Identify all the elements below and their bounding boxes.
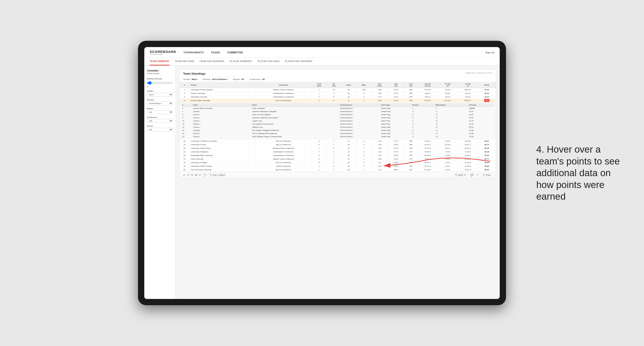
table-row: 22 Mississippi State University Southeas… bbox=[180, 154, 496, 157]
points-red-badge[interactable]: 78.5 bbox=[484, 99, 490, 102]
filter-bar-division: Division: NCAA Division I bbox=[203, 78, 228, 80]
filter-region-label: Region bbox=[147, 108, 173, 110]
main-content: Committee Portal Review Minimum Rounds 0… bbox=[144, 66, 500, 299]
expanded-row: # Team Event Event Division Event Type R… bbox=[180, 102, 496, 139]
filter-division-select[interactable]: NCAA Division I NCAA Division II bbox=[147, 102, 173, 105]
col-wins: Wins bbox=[356, 82, 371, 88]
expand-icon[interactable]: ⤢ bbox=[476, 173, 478, 176]
tab-player-h2h-grid[interactable]: PLAYER H2H GRID bbox=[258, 58, 280, 65]
annotation-container: 4. Hover over a team's points to see add… bbox=[536, 144, 630, 202]
filter-conference-select[interactable]: (All) bbox=[147, 119, 173, 123]
filter-conference-label: Conference bbox=[147, 116, 173, 118]
filter-bar: Gender: Men's Division: NCAA Division I … bbox=[180, 77, 496, 82]
redo-icon[interactable]: ↪ bbox=[187, 173, 190, 176]
tab-team-summary[interactable]: TEAM SUMMARY bbox=[150, 58, 170, 65]
filter-gender-select[interactable]: Men's Women's bbox=[147, 93, 173, 97]
table-row: 21 University of Alabama Southeastern Co… bbox=[180, 150, 496, 154]
watch-label: Watch bbox=[458, 174, 463, 176]
filter-conference: Conference (All) bbox=[147, 116, 173, 123]
filter-bar-gender: Gender: Men's bbox=[183, 78, 198, 80]
filter-gender: Gender Men's Women's bbox=[147, 90, 173, 97]
watch-btn[interactable]: 👁 Watch ▼ bbox=[454, 173, 468, 177]
list-item: 7 Univers... Southern Highlands Collegia… bbox=[181, 110, 494, 113]
comment-icon[interactable]: 💬 bbox=[470, 173, 474, 176]
filter-school-label: School bbox=[147, 125, 173, 127]
toolbar-right: 👁 Watch ▼ 💬 ⤢ ⬆ Share bbox=[454, 173, 492, 177]
table-row: 25 University of North Florida ASUN Conf… bbox=[180, 165, 496, 168]
filter-min-rounds: Minimum Rounds 0 bbox=[147, 78, 173, 88]
update-time-label: Update time: bbox=[465, 72, 475, 74]
table-row: 3 Vanderbilt University Southeastern Con… bbox=[180, 95, 496, 99]
table-row: 19 University of Texas Big 12 Conference… bbox=[180, 143, 496, 147]
table-row: 24 University of Oregon Pac-12 Conferenc… bbox=[180, 161, 496, 165]
toolbar-left: ↩ ↪ ↻ ⧉ ✏ 🕐 👁 View: Original bbox=[183, 173, 226, 177]
tab-team-h2h-heatmap[interactable]: TEAM H2H HEATMAP bbox=[200, 58, 224, 65]
col-conference: Conference bbox=[255, 82, 312, 88]
col-overall: OverallRecord bbox=[418, 82, 438, 88]
share-btn[interactable]: ⬆ Share bbox=[481, 173, 492, 177]
filter-region-select[interactable]: N/A East West bbox=[147, 110, 173, 114]
filter-division: Division NCAA Division I NCAA Division I… bbox=[147, 99, 173, 105]
nav-committee[interactable]: COMMITTEE bbox=[227, 51, 243, 54]
refresh-icon[interactable]: ↻ bbox=[191, 173, 194, 176]
annotation-text: 4. Hover over a team's points to see add… bbox=[536, 144, 630, 202]
table-row: 26 The Ohio State University Big Ten Con… bbox=[180, 168, 496, 172]
table-row: 18 University of California, Berkeley Pa… bbox=[180, 139, 496, 143]
report-header: Team Standings Update time: 13/03/2024 1… bbox=[180, 70, 496, 77]
list-item: 8 Univers... Amer An Intercollegiate NCA… bbox=[181, 113, 494, 116]
tab-player-h2h-heatmap[interactable]: PLAYER H2H HEATMAP bbox=[285, 58, 312, 65]
filter-bar-region: Region: All bbox=[233, 78, 244, 80]
undo-icon[interactable]: ↩ bbox=[183, 173, 185, 176]
list-item: 6 Arizona State University Cabo Collegia… bbox=[181, 107, 494, 110]
standings-table: # School Conference ConfRank NoTour Rnds… bbox=[180, 82, 496, 172]
tab-player-summary[interactable]: PLAYER SUMMARY bbox=[230, 58, 252, 65]
sign-out[interactable]: Sign out bbox=[482, 51, 494, 54]
watch-dropdown-icon: ▼ bbox=[464, 174, 466, 176]
list-item: 11 Florida I... The Cypress Point Classi… bbox=[181, 123, 494, 126]
list-item: 12 Univers... Williams Cup NCAA Division… bbox=[181, 126, 494, 129]
update-time-value: 13/03/2024 10:03:42 bbox=[476, 72, 492, 74]
nav-tournaments[interactable]: TOURNAMENTS bbox=[183, 51, 204, 54]
filter-school-select[interactable]: (All) bbox=[147, 128, 173, 132]
clock-icon[interactable]: 🕐 bbox=[203, 173, 206, 176]
list-item: 9 Univers... National Invitational Tourn… bbox=[181, 116, 494, 119]
list-item: 14 East Ter OFCC Fighting Illini Invitat… bbox=[181, 132, 494, 135]
table-row-highlighted: 4 Arizona State University Pac-12 Confer… bbox=[180, 99, 496, 102]
copy-icon[interactable]: ⧉ bbox=[195, 173, 197, 176]
col-vs-top50: Vs Top50 bbox=[458, 82, 478, 88]
view-label: View: Original bbox=[212, 174, 225, 176]
col-low-adj: LowAdj. bbox=[404, 82, 418, 88]
table-row: 23 Duke University Atlantic Coast Confer… bbox=[180, 157, 496, 161]
nav-links: TOURNAMENTS TEAMS COMMITTEE bbox=[183, 51, 481, 54]
filter-min-rounds-input[interactable] bbox=[147, 80, 173, 85]
col-rnds: Rnds bbox=[341, 82, 356, 88]
col-vs-top25: Vs Top25 bbox=[438, 82, 458, 88]
expanded-inner: # Team Event Event Division Event Type R… bbox=[180, 102, 496, 139]
col-no-tour: NoTour bbox=[327, 82, 341, 88]
nav-bar: SCOREBOARD Powered by clippd TOURNAMENTS… bbox=[144, 47, 500, 58]
nav-teams[interactable]: TEAMS bbox=[211, 51, 220, 54]
sidebar-header: Committee Portal Review bbox=[147, 69, 173, 75]
filter-bar-conference: Conference: All bbox=[249, 78, 264, 80]
logo-area: SCOREBOARD Powered by clippd bbox=[150, 50, 176, 55]
edit-icon[interactable]: ✏ bbox=[199, 173, 201, 176]
watch-icon: 👁 bbox=[455, 174, 457, 176]
sidebar-title: Committee bbox=[147, 69, 173, 72]
col-adj-score: Adj.Score bbox=[371, 82, 388, 88]
sidebar: Committee Portal Review Minimum Rounds 0… bbox=[144, 66, 176, 299]
update-time: Update time: 13/03/2024 10:03:42 bbox=[465, 72, 492, 74]
expanded-table: # Team Event Event Division Event Type R… bbox=[181, 103, 494, 138]
tablet-screen: SCOREBOARD Powered by clippd TOURNAMENTS… bbox=[144, 47, 500, 299]
tablet-shell: SCOREBOARD Powered by clippd TOURNAMENTS… bbox=[138, 41, 506, 305]
col-school: School bbox=[190, 82, 255, 88]
col-avg-low: Avg.Low bbox=[388, 82, 404, 88]
list-item: 10 Univers... Copper Cup NCAA Division I… bbox=[181, 119, 494, 123]
list-item: 13 Georgia Ben Hogan Collegiate Invitati… bbox=[181, 129, 494, 132]
view-original-btn[interactable]: 👁 View: Original bbox=[208, 173, 226, 177]
filter-gender-label: Gender bbox=[147, 90, 173, 92]
table-row: 1 University of North Carolina Atlantic … bbox=[180, 88, 496, 92]
sidebar-subtitle: Portal Review bbox=[147, 72, 173, 75]
tab-team-h2h-grid[interactable]: TEAM H2H GRID bbox=[175, 58, 194, 65]
share-icon: ⬆ bbox=[483, 174, 485, 176]
col-conf-rank: ConfRank bbox=[312, 82, 327, 88]
